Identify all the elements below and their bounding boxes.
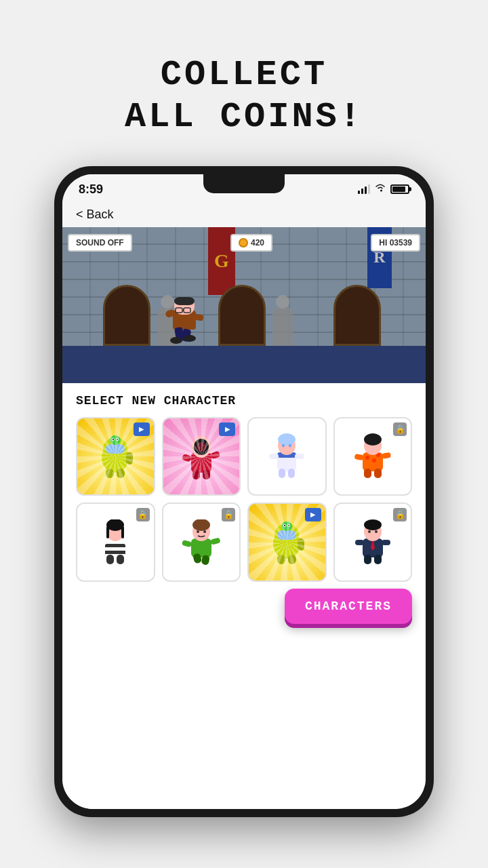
svg-rect-53: [105, 551, 125, 554]
game-hud: SOUND OFF 420 HI 03539: [62, 234, 426, 252]
tv-badge-7: ▶: [305, 508, 321, 521]
svg-rect-58: [97, 540, 106, 545]
svg-rect-48: [382, 452, 391, 459]
phone-notch: [203, 174, 285, 193]
svg-rect-39: [279, 469, 285, 478]
svg-point-11: [184, 335, 196, 342]
statue-2: [272, 305, 293, 346]
svg-rect-52: [105, 544, 125, 547]
arch-door-3: [333, 285, 381, 346]
svg-point-46: [364, 433, 382, 446]
character-card-7[interactable]: ▶: [247, 502, 327, 582]
main-container: COLLECT ALL COINS! 8:59: [54, 0, 434, 817]
tv-badge-2: ▶: [219, 422, 235, 436]
app-title: COLLECT ALL COINS!: [54, 54, 434, 139]
char-green-1: [181, 519, 222, 566]
svg-point-87: [375, 530, 378, 533]
lock-badge-5: 🔒: [136, 508, 150, 521]
select-title: SELECT NEW CHARACTER: [76, 394, 412, 408]
character-card-6[interactable]: 🔒: [162, 502, 241, 582]
status-time: 8:59: [79, 182, 103, 197]
character-card-1[interactable]: ▶: [76, 417, 155, 496]
svg-rect-59: [124, 540, 134, 545]
arch-door-2: [218, 285, 266, 346]
svg-rect-38: [295, 454, 304, 459]
svg-rect-57: [121, 526, 124, 538]
phone-screen: 8:59: [62, 174, 426, 809]
svg-point-10: [170, 337, 182, 344]
character-grid: ▶: [76, 417, 412, 582]
svg-rect-56: [106, 526, 109, 538]
svg-rect-47: [354, 454, 363, 460]
svg-point-43: [372, 458, 376, 462]
phone-frame: 8:59: [54, 166, 434, 817]
svg-rect-60: [106, 555, 114, 564]
svg-rect-68: [210, 537, 221, 545]
back-navigation: < Back: [62, 201, 426, 227]
svg-point-34: [278, 433, 296, 446]
characters-button[interactable]: CHARACTERS: [285, 589, 412, 624]
svg-point-65: [197, 530, 199, 533]
lock-badge-8: 🔒: [393, 508, 407, 521]
svg-rect-67: [182, 540, 192, 547]
char-red-1: [352, 433, 393, 479]
svg-point-86: [368, 530, 371, 533]
svg-rect-91: [374, 555, 382, 564]
game-floor: [62, 346, 426, 383]
svg-rect-89: [382, 540, 390, 545]
coin-icon: [239, 238, 248, 248]
back-button[interactable]: < Back: [76, 208, 114, 221]
svg-rect-49: [364, 469, 371, 478]
tv-badge-1: ▶: [134, 422, 150, 436]
character-card-3[interactable]: [247, 417, 327, 496]
status-icons: [358, 183, 409, 195]
arch-door-1: [103, 285, 150, 346]
svg-point-42: [365, 456, 369, 460]
character-card-4[interactable]: 🔒: [333, 417, 413, 496]
svg-rect-90: [364, 555, 371, 564]
coin-counter: 420: [230, 234, 272, 252]
signal-icon: [358, 184, 370, 194]
svg-point-85: [364, 519, 382, 530]
character-select-section: SELECT NEW CHARACTER ▶: [62, 383, 426, 809]
svg-rect-2: [174, 297, 195, 305]
sound-button[interactable]: SOUND OFF: [68, 234, 132, 252]
lock-badge-4: 🔒: [393, 422, 407, 436]
char-bw-1: [95, 519, 136, 566]
svg-rect-50: [374, 469, 382, 478]
game-character: [161, 292, 208, 346]
character-card-2[interactable]: ▶: [162, 417, 241, 496]
wifi-icon: [374, 183, 386, 195]
game-preview: G R: [62, 227, 426, 383]
characters-btn-wrap: CHARACTERS: [76, 582, 412, 624]
svg-rect-88: [355, 540, 364, 545]
svg-point-35: [282, 444, 285, 448]
character-card-8[interactable]: 🔒: [333, 502, 413, 582]
svg-rect-37: [269, 454, 279, 459]
svg-rect-61: [117, 555, 124, 564]
battery-icon: [390, 184, 409, 194]
character-card-5[interactable]: 🔒: [76, 502, 155, 582]
svg-rect-40: [288, 469, 295, 478]
char-blue-1: [266, 433, 307, 479]
hi-score: HI 03539: [371, 234, 420, 252]
svg-rect-62: [191, 538, 211, 557]
svg-point-36: [289, 444, 291, 448]
char-dark-1: [352, 519, 393, 566]
lock-badge-6: 🔒: [222, 508, 235, 521]
svg-rect-51: [105, 538, 125, 557]
svg-point-66: [203, 530, 206, 533]
